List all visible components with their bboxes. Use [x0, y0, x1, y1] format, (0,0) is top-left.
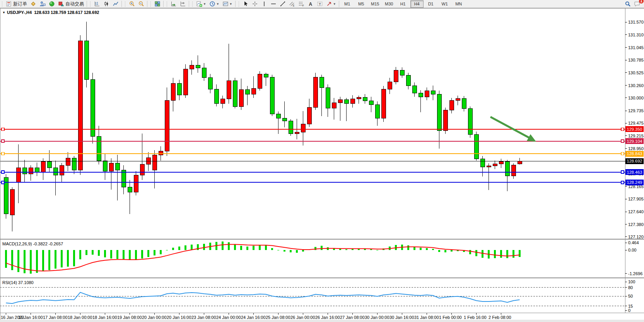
timeframe-button-m5[interactable]: M5: [355, 0, 368, 8]
gem-button[interactable]: [29, 0, 38, 8]
timeframe-button-mn[interactable]: MN: [452, 0, 465, 8]
hline-handle[interactable]: [2, 128, 4, 130]
timeframe-button-h1[interactable]: H1: [396, 0, 410, 8]
time-axis-label: 23 Jan 08:00: [191, 315, 216, 320]
price-badge-text: 129.104: [627, 139, 642, 144]
macd-histogram-bar: [302, 250, 304, 252]
timeframe-button-m30[interactable]: M30: [383, 0, 396, 8]
channel-tool-button[interactable]: E: [287, 0, 297, 8]
hline-handle[interactable]: [2, 171, 4, 173]
hline-handle[interactable]: [621, 140, 624, 142]
vertical-line-tool-button[interactable]: [260, 0, 269, 8]
bull-candle: [220, 99, 225, 103]
bull-candle: [78, 41, 82, 170]
toolbar-grip[interactable]: [238, 1, 240, 7]
new-chart-button[interactable]: ▼: [195, 0, 208, 8]
hline-handle[interactable]: [621, 152, 624, 155]
chart-canvas[interactable]: 131.570131.310131.045130.785130.525130.2…: [0, 8, 644, 322]
bear-candle: [72, 158, 76, 170]
bear-candle: [22, 168, 27, 174]
macd-histogram-bar: [265, 245, 267, 250]
toolbar-grip[interactable]: [150, 1, 152, 7]
zoom-out-button[interactable]: [137, 0, 146, 8]
new-order-button[interactable]: 新订单: [4, 0, 29, 8]
time-axis-label: 24 Jan 00:00: [216, 315, 241, 320]
periods-button[interactable]: ▼: [208, 0, 221, 8]
hline-handle[interactable]: [2, 181, 4, 184]
toolbar-grip[interactable]: [192, 1, 194, 7]
fibonacci-tool-button[interactable]: F: [297, 0, 306, 8]
hline-handle[interactable]: [621, 128, 624, 130]
hline-handle[interactable]: [621, 171, 624, 173]
price-axis-tick: 131.570: [628, 20, 644, 24]
expert-advisor-button[interactable]: [38, 0, 47, 8]
chart-shift-button[interactable]: [178, 0, 188, 8]
macd-indicator-label: MACD(12,26,9) -0.3822 -0.2657: [2, 242, 63, 246]
line-view-button[interactable]: [111, 0, 120, 8]
zoom-out-icon: [138, 1, 144, 7]
toolbar-grip[interactable]: [166, 1, 168, 7]
hline-handle[interactable]: [621, 181, 624, 184]
text-label-tool-button[interactable]: T: [315, 0, 325, 8]
collapse-arrow-icon[interactable]: ▼: [2, 11, 5, 14]
timeframe-button-m15[interactable]: M15: [369, 0, 382, 8]
price-axis-tick: 127.380: [628, 222, 644, 227]
bull-candle: [171, 84, 175, 101]
horizontal-line-tool-button[interactable]: [269, 0, 278, 8]
bear-candle: [412, 86, 417, 93]
timeframe-button-m1[interactable]: M1: [341, 0, 354, 8]
arrows-tool-button[interactable]: ▼: [325, 0, 338, 8]
bars-view-button[interactable]: [92, 0, 102, 8]
bull-candle: [357, 98, 361, 99]
templates-button[interactable]: ▼: [221, 0, 234, 8]
bull-candle: [16, 168, 20, 182]
bear-candle: [91, 80, 95, 137]
time-axis-label: 27 Jan 08:00: [340, 315, 365, 320]
tile-windows-button[interactable]: [153, 0, 162, 8]
toolbar-grip[interactable]: [2, 1, 3, 7]
time-axis-label: 31 Jan 08:00: [414, 315, 439, 320]
timeframe-button-w1[interactable]: W1: [438, 0, 451, 8]
timeframe-button-h4[interactable]: H4: [410, 0, 424, 8]
price-badge-text: 128.692: [627, 159, 642, 163]
macd-histogram-bar: [482, 250, 483, 258]
search-button[interactable]: [623, 0, 632, 8]
timeframe-button-d1[interactable]: D1: [424, 0, 437, 8]
bull-candle: [10, 190, 14, 215]
time-axis-label: 18 Jan 16:00: [92, 315, 117, 320]
macd-histogram-bar: [203, 244, 205, 250]
time-axis-label: 1 Feb 16:00: [464, 315, 487, 320]
horizontal-line-icon: [270, 1, 277, 7]
rsi-axis-tick: 100: [628, 279, 635, 284]
trendline-tool-button[interactable]: [278, 0, 287, 8]
autotrade-button[interactable]: 自动交易: [56, 0, 85, 8]
text-label-icon: T: [317, 1, 323, 7]
time-axis-label: 20 Jan 16:00: [167, 315, 191, 320]
toolbar-button-label: 自动交易: [65, 1, 84, 7]
bear-candle: [202, 68, 206, 78]
candles-view-button[interactable]: [102, 0, 111, 8]
bear-candle: [505, 161, 509, 176]
toolbar-grip[interactable]: [125, 1, 126, 7]
hline-handle[interactable]: [2, 152, 4, 155]
time-axis-label: 20 Jan 00:00: [142, 315, 167, 320]
crosshair-tool-button[interactable]: [250, 0, 260, 8]
market-button[interactable]: [47, 0, 56, 8]
auto-scroll-button[interactable]: [169, 0, 178, 8]
macd-histogram-bar: [11, 250, 13, 270]
macd-histogram-bar: [160, 250, 162, 254]
zoom-in-button[interactable]: [127, 0, 137, 8]
hline-handle[interactable]: [2, 140, 4, 142]
notifications-button[interactable]: 1: [632, 0, 642, 8]
cursor-tool-button[interactable]: [241, 0, 250, 8]
bull-candle: [456, 98, 460, 100]
macd-histogram-bar: [129, 250, 131, 260]
toolbar-grip[interactable]: [90, 1, 92, 7]
bear-candle: [419, 93, 423, 97]
price-axis-tick: 130.000: [628, 96, 644, 100]
gold-gem-icon: [30, 1, 36, 7]
text-tool-button[interactable]: A: [306, 0, 315, 8]
price-axis-tick: 129.475: [628, 121, 644, 125]
macd-histogram-bar: [494, 250, 496, 258]
bear-candle: [276, 114, 280, 118]
